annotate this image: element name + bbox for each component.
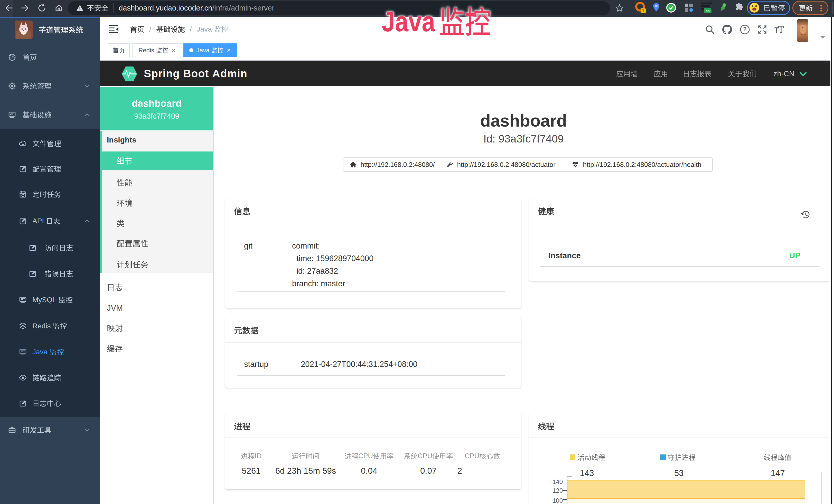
svg-text:on: on <box>706 9 710 13</box>
svg-text:1: 1 <box>642 9 644 13</box>
svg-text:?: ? <box>743 26 747 32</box>
